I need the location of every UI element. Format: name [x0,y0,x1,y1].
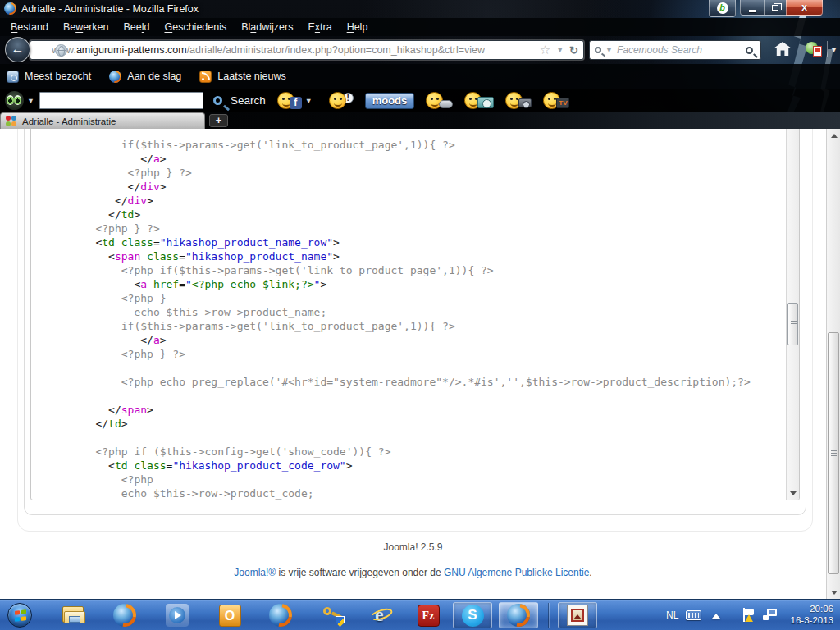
hidden-icons-button[interactable] [712,614,720,619]
site-identity-globe-icon[interactable] [55,44,67,57]
taskbar-firefox-button[interactable] [110,602,139,628]
minimize-button[interactable] [740,0,764,16]
close-button[interactable]: x [786,0,823,16]
explorer-icon [62,606,85,624]
action-center-icon[interactable] [743,608,755,622]
firefox-icon [507,604,530,627]
search-engine-dropdown-icon[interactable]: ▼ [605,46,613,54]
language-indicator[interactable]: NL [666,609,678,621]
network-icon[interactable] [763,609,777,620]
bookmark-meest-bezocht[interactable]: Meest bezocht [7,71,91,83]
keyboard-layout-icon[interactable] [686,610,701,620]
window-controls: x [740,0,823,16]
browser-scrollbar-thumb[interactable] [828,332,839,574]
clock[interactable]: 20:06 16-3-2013 [784,603,833,626]
addon-converter-button[interactable] [806,41,825,59]
home-icon [774,42,791,56]
firefox-app-icon [4,2,16,15]
taskbar-separator [548,603,549,628]
taskbar-explorer-button[interactable] [59,602,89,628]
new-tab-button[interactable]: + [209,114,228,127]
bookmark-star-icon[interactable]: ☆ [540,43,550,57]
facemoods-logo-icon[interactable] [5,91,24,110]
code-line: </a> [38,152,751,166]
code-line: </span> [38,403,751,417]
tab-adrialle-administratie[interactable]: Adrialle - Administratie [0,112,205,129]
bookmark-aan-de-slag[interactable]: Aan de slag [109,71,181,83]
taskbar-firefox-button[interactable] [499,602,538,628]
scroll-down-button[interactable] [827,586,840,599]
code-line: echo $this->row->product_code; [38,486,751,500]
desktop: Adrialle - Administratie - Mozilla Firef… [0,0,840,630]
code-line [38,361,751,375]
menu-beeld[interactable]: Beeld [116,19,157,35]
keys-icon [322,604,345,627]
window-titlebar: Adrialle - Administratie - Mozilla Firef… [0,0,840,18]
code-line: <?php [38,472,751,486]
menu-geschiedenis[interactable]: Geschiedenis [157,19,234,35]
taskbar-ie-button[interactable]: e [368,602,397,628]
code-line: if($this->params->get('link_to_product_p… [38,138,751,152]
facemoods-search-input[interactable] [39,92,203,109]
code-line: echo $this->row->product_name; [38,305,751,319]
code-editor-box[interactable]: if($this->params->get('link_to_product_p… [30,129,800,500]
taskbar-firefox-button[interactable] [266,602,295,628]
gnu-license-link[interactable]: GNU Algemene Publieke Licentie [444,567,589,578]
menu-help[interactable]: Help [340,19,376,35]
bookmark-laatste-nieuws[interactable]: Laatste nieuws [199,71,285,83]
taskbar-skype-button[interactable]: S [453,602,492,628]
tab-bar: Adrialle - Administratie + [0,112,840,129]
menu-bladwijzers[interactable]: Bladwijzers [234,19,300,35]
toolbar-overflow-chevron[interactable]: ▼ [830,46,838,54]
facemoods-tv-button[interactable] [543,92,569,109]
back-button[interactable]: ← [5,37,30,62]
reload-icon[interactable]: ↻ [569,44,578,57]
bookmark-label: Meest bezocht [25,71,91,82]
facemoods-games-button[interactable] [426,92,453,109]
code-line: <td class="hikashop_product_code_row"> [38,459,751,472]
most-visited-icon [7,71,19,83]
tab-label: Adrialle - Administratie [22,116,116,126]
facemoods-emoticons-button[interactable]: ! [329,92,354,109]
taskbar-start-button[interactable] [5,602,34,628]
code-view[interactable]: if($this->params->get('link_to_product_p… [38,138,751,500]
search-go-icon[interactable] [746,47,753,54]
menu-bestand[interactable]: Bestand [3,19,56,35]
babylon-button[interactable]: b [709,0,736,17]
search-engine-icon[interactable] [595,47,601,53]
code-scrollbar-thumb[interactable] [788,303,798,345]
moods-button[interactable]: moods [365,93,415,109]
filezilla-icon: Fz [418,605,440,627]
taskbar-wmp-button[interactable] [162,602,192,628]
facemoods-facebook-button[interactable]: f ▼ [277,92,317,109]
code-line: </div> [38,180,751,194]
code-scrollbar[interactable] [786,129,799,500]
taskbar-picmgr-button[interactable] [558,602,597,628]
menu-bewerken[interactable]: Bewerken [56,19,116,35]
home-button[interactable] [774,42,792,58]
scroll-up-button[interactable] [827,129,840,142]
search-placeholder[interactable]: Facemoods Search [617,44,742,56]
menu-extra[interactable]: Extra [300,19,339,35]
code-line: </td> [38,417,751,431]
restore-button[interactable] [764,0,786,16]
close-icon: x [801,1,807,15]
taskbar-filezilla-button[interactable]: Fz [413,602,443,628]
joomla-link[interactable]: Joomla!® [234,567,276,578]
url-dropdown-icon[interactable]: ▼ [556,46,564,54]
taskbar-keys-button[interactable] [318,602,348,628]
facemoods-search-icon[interactable] [213,96,222,105]
url-text[interactable]: www.amigurumi-patterns.com/adrialle/admi… [52,44,485,56]
code-scroll-down-button[interactable] [787,486,800,500]
firefox-icon [113,604,136,627]
facemoods-search-button[interactable]: Search [231,94,266,107]
search-bar[interactable]: ▼ Facemoods Search [589,40,761,60]
facemoods-radio-button[interactable] [464,92,494,109]
facemoods-photos-button[interactable] [505,92,532,109]
browser-scrollbar[interactable] [826,129,840,599]
toolbar-separator [827,41,828,57]
facemoods-menu-chevron[interactable]: ▼ [27,97,34,105]
address-bar[interactable]: www.amigurumi-patterns.com/adrialle/admi… [30,40,584,60]
window-title: Adrialle - Administratie - Mozilla Firef… [21,3,199,15]
taskbar-outlook-button[interactable]: O [215,602,244,628]
